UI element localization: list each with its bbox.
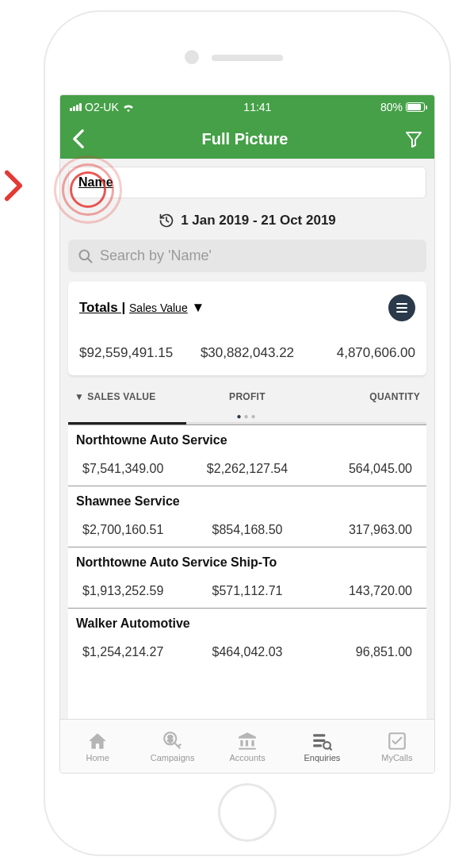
table-row[interactable]: Northtowne Auto Service Ship-To $1,913,2… bbox=[68, 547, 426, 608]
phone-home-button[interactable] bbox=[218, 783, 277, 842]
tab-label: Enquiries bbox=[304, 753, 340, 762]
campaigns-icon: $ bbox=[162, 731, 183, 751]
carrier-label: O2-UK bbox=[85, 101, 119, 113]
row-sales: $1,913,252.59 bbox=[76, 584, 193, 598]
history-icon bbox=[159, 213, 174, 229]
signal-icon bbox=[70, 103, 82, 111]
column-quantity-header[interactable]: QUANTITY bbox=[305, 391, 420, 402]
svg-line-9 bbox=[330, 747, 331, 749]
row-qty: 564,045.00 bbox=[302, 462, 418, 476]
column-sales-header[interactable]: ▼SALES VALUE bbox=[75, 391, 189, 402]
table-row[interactable]: Walker Automotive $1,254,214.27 $464,042… bbox=[68, 608, 426, 669]
enquiries-icon bbox=[311, 731, 332, 751]
row-sales: $1,254,214.27 bbox=[76, 645, 193, 659]
battery-percent: 80% bbox=[380, 101, 403, 113]
tab-mycalls[interactable]: MyCalls bbox=[360, 720, 434, 773]
search-icon bbox=[78, 248, 94, 264]
tab-accounts[interactable]: Accounts bbox=[210, 720, 285, 773]
column-profit-header[interactable]: PROFIT bbox=[189, 391, 304, 402]
totals-label-main: Totals | bbox=[79, 300, 125, 315]
row-qty: 96,851.00 bbox=[302, 645, 418, 659]
date-range-text: 1 Jan 2019 - 21 Oct 2019 bbox=[181, 213, 336, 229]
tab-enquiries[interactable]: Enquiries bbox=[285, 720, 359, 773]
svg-rect-5 bbox=[314, 734, 326, 736]
tab-label: Accounts bbox=[229, 753, 265, 762]
tab-campaigns[interactable]: $ Campaigns bbox=[135, 720, 209, 773]
tab-label: MyCalls bbox=[381, 753, 412, 762]
row-name: Shawnee Service bbox=[76, 494, 418, 509]
status-bar: O2-UK 11:41 80% bbox=[60, 95, 434, 119]
svg-rect-6 bbox=[314, 739, 326, 741]
table-row[interactable]: Shawnee Service $2,700,160.51 $854,168.5… bbox=[68, 486, 426, 547]
phone-frame: O2-UK 11:41 80% Full Picture Name 1 Jan … bbox=[44, 11, 450, 855]
home-icon bbox=[87, 731, 108, 751]
accounts-icon bbox=[237, 731, 258, 751]
search-input[interactable] bbox=[100, 248, 417, 264]
totals-quantity-value: 4,870,606.00 bbox=[308, 345, 415, 361]
row-sales: $2,700,160.51 bbox=[76, 523, 193, 537]
totals-sort-selector[interactable]: Totals | Sales Value ▼ bbox=[79, 300, 204, 316]
search-box[interactable] bbox=[68, 240, 426, 272]
phone-camera bbox=[185, 50, 199, 64]
phone-speaker bbox=[212, 55, 283, 61]
svg-line-2 bbox=[88, 258, 92, 262]
chevron-down-icon: ▼ bbox=[191, 300, 204, 315]
svg-text:$: $ bbox=[167, 734, 172, 743]
page-title: Full Picture bbox=[202, 130, 288, 148]
content-area: Name 1 Jan 2019 - 21 Oct 2019 Totals | S… bbox=[60, 159, 434, 719]
row-qty: 317,963.00 bbox=[302, 523, 418, 537]
annotation-pointer-icon bbox=[0, 168, 27, 206]
row-profit: $571,112.71 bbox=[193, 584, 303, 598]
menu-button[interactable] bbox=[388, 294, 415, 321]
row-profit: $2,262,127.54 bbox=[193, 462, 303, 476]
totals-card: Totals | Sales Value ▼ $92,559,491.15 $3… bbox=[68, 282, 426, 375]
page-dots: ●●● bbox=[68, 409, 426, 422]
table-row[interactable]: Northtowne Auto Service $7,541,349.00 $2… bbox=[68, 424, 426, 486]
row-sales: $7,541,349.00 bbox=[76, 462, 193, 476]
svg-rect-7 bbox=[314, 744, 323, 747]
back-button[interactable] bbox=[71, 129, 86, 149]
mycalls-icon bbox=[387, 731, 407, 751]
svg-marker-0 bbox=[407, 133, 421, 147]
status-time: 11:41 bbox=[243, 101, 271, 113]
column-headers: ▼SALES VALUE PROFIT QUANTITY bbox=[68, 386, 426, 409]
grouping-selector[interactable]: Name bbox=[68, 167, 426, 198]
row-profit: $854,168.50 bbox=[193, 523, 303, 537]
row-qty: 143,720.00 bbox=[302, 584, 418, 598]
tab-label: Home bbox=[86, 753, 109, 762]
battery-icon bbox=[406, 102, 425, 112]
tab-home[interactable]: Home bbox=[60, 720, 135, 773]
results-table[interactable]: Northtowne Auto Service $7,541,349.00 $2… bbox=[68, 424, 426, 719]
column-sales-label: SALES VALUE bbox=[87, 391, 155, 402]
totals-profit-value: $30,882,043.22 bbox=[193, 345, 301, 361]
filter-icon[interactable] bbox=[404, 129, 423, 148]
grouping-label: Name bbox=[78, 175, 113, 189]
app-header: Full Picture bbox=[60, 119, 434, 159]
tab-label: Campaigns bbox=[151, 753, 195, 762]
column-indicator bbox=[68, 422, 426, 424]
totals-sales-value: $92,559,491.15 bbox=[79, 345, 187, 361]
totals-label-sub: Sales Value bbox=[129, 301, 188, 314]
row-name: Walker Automotive bbox=[76, 616, 418, 631]
row-name: Northtowne Auto Service bbox=[76, 433, 418, 447]
wifi-icon bbox=[122, 102, 135, 112]
app-screen: O2-UK 11:41 80% Full Picture Name 1 Jan … bbox=[59, 94, 435, 774]
sort-arrow-icon: ▼ bbox=[75, 391, 84, 402]
tab-bar: Home $ Campaigns Accounts Enquiries MyCa… bbox=[60, 719, 434, 773]
row-profit: $464,042.03 bbox=[193, 645, 303, 659]
row-name: Northtowne Auto Service Ship-To bbox=[76, 555, 418, 570]
date-range-selector[interactable]: 1 Jan 2019 - 21 Oct 2019 bbox=[68, 206, 426, 240]
